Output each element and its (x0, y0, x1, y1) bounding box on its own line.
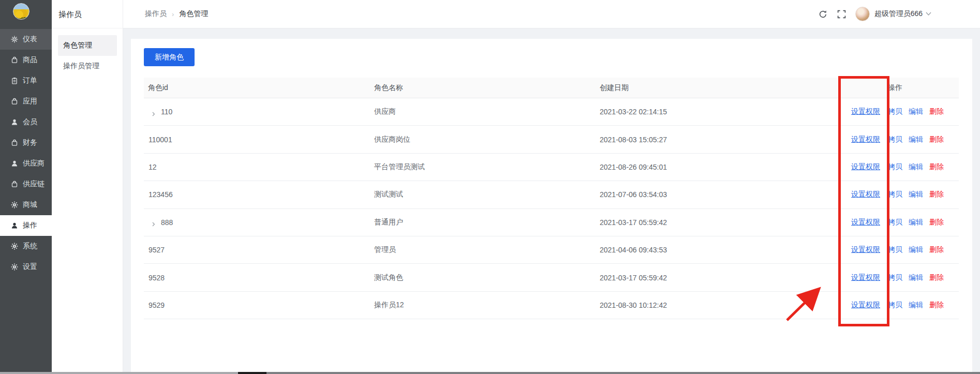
set-permissions-link[interactable]: 设置权限 (851, 301, 880, 309)
copy-link[interactable]: 拷贝 (888, 190, 902, 199)
sidebar-item-6[interactable]: 供应商 (0, 153, 52, 174)
submenu-item-0[interactable]: 角色管理 (58, 35, 117, 56)
sidebar-item-11[interactable]: 设置 (0, 257, 52, 277)
submenu-title: 操作员 (52, 0, 123, 28)
delete-link[interactable]: 删除 (929, 245, 944, 255)
bag-icon (11, 98, 18, 105)
set-permissions-link[interactable]: 设置权限 (851, 245, 880, 253)
created-date-cell: 2021-03-17 05:59:42 (599, 218, 847, 227)
sidebar-item-label: 应用 (23, 97, 37, 106)
permission-cell: 设置权限 (847, 107, 884, 116)
actions-cell: 拷贝编辑删除 (884, 273, 959, 282)
created-date-cell: 2021-04-06 09:43:53 (599, 246, 847, 254)
copy-link[interactable]: 拷贝 (888, 107, 902, 116)
delete-link[interactable]: 删除 (929, 135, 944, 144)
edit-link[interactable]: 编辑 (909, 162, 923, 172)
actions-cell: 拷贝编辑删除 (884, 218, 959, 227)
delete-link[interactable]: 删除 (929, 273, 944, 282)
sidebar-item-10[interactable]: 系统 (0, 236, 52, 257)
role-id-cell: 110 (144, 108, 374, 116)
roles-table: 角色id角色名称创建日期操作 110供应商2021-03-22 02:14:15… (144, 78, 959, 319)
set-permissions-link[interactable]: 设置权限 (851, 162, 880, 171)
copy-link[interactable]: 拷贝 (888, 135, 902, 144)
edit-link[interactable]: 编辑 (909, 218, 923, 227)
scrollbar-thumb[interactable] (238, 372, 266, 374)
set-permissions-link[interactable]: 设置权限 (851, 135, 880, 143)
delete-link[interactable]: 删除 (929, 301, 944, 310)
delete-link[interactable]: 删除 (929, 162, 944, 172)
set-permissions-link[interactable]: 设置权限 (851, 190, 880, 198)
role-id-cell: 888 (144, 218, 374, 227)
delete-link[interactable]: 删除 (929, 107, 944, 116)
edit-link[interactable]: 编辑 (909, 245, 923, 255)
app-logo[interactable] (13, 3, 29, 20)
gear-icon (11, 243, 18, 250)
edit-link[interactable]: 编辑 (909, 107, 923, 116)
main-area: 新增角色 角色id角色名称创建日期操作 110供应商2021-03-22 02:… (123, 28, 980, 374)
column-header-1: 角色id (144, 83, 374, 93)
set-permissions-link[interactable]: 设置权限 (851, 107, 880, 115)
sidebar-item-3[interactable]: 应用 (0, 91, 52, 112)
breadcrumb-item-operator[interactable]: 操作员 (145, 9, 167, 19)
sidebar-item-label: 供应链 (23, 179, 44, 189)
role-name-cell: 供应商 (374, 107, 599, 116)
table-row: 888普通用户2021-03-17 05:59:42设置权限拷贝编辑删除 (144, 209, 959, 236)
bag-icon (11, 139, 18, 146)
topbar-actions: 超级管理员666 (819, 7, 980, 21)
sidebar-item-0[interactable]: 仪表 (0, 29, 52, 50)
sidebar-item-8[interactable]: 商城 (0, 195, 52, 215)
user-avatar[interactable] (855, 7, 870, 21)
role-id-cell: 9527 (144, 246, 374, 254)
delete-link[interactable]: 删除 (929, 218, 944, 227)
submenu-list: 角色管理操作员管理 (52, 28, 123, 77)
delete-link[interactable]: 删除 (929, 190, 944, 199)
created-date-cell: 2021-07-06 03:54:03 (599, 190, 847, 199)
copy-link[interactable]: 拷贝 (888, 273, 902, 282)
copy-link[interactable]: 拷贝 (888, 245, 902, 255)
role-name-cell: 普通用户 (374, 218, 599, 227)
gear-icon (11, 263, 18, 271)
created-date-cell: 2021-03-22 02:14:15 (599, 108, 847, 116)
edit-link[interactable]: 编辑 (909, 301, 923, 310)
sidebar-item-7[interactable]: 供应链 (0, 174, 52, 195)
add-role-button[interactable]: 新增角色 (144, 48, 195, 66)
copy-link[interactable]: 拷贝 (888, 301, 902, 310)
role-name-cell: 管理员 (374, 245, 599, 255)
permission-cell: 设置权限 (847, 273, 884, 282)
edit-link[interactable]: 编辑 (909, 190, 923, 199)
table-row: 123456测试测试2021-07-06 03:54:03设置权限拷贝编辑删除 (144, 181, 959, 208)
permission-cell: 设置权限 (847, 135, 884, 144)
chevron-down-icon[interactable] (926, 12, 931, 16)
copy-link[interactable]: 拷贝 (888, 162, 902, 172)
user-name[interactable]: 超级管理员666 (874, 9, 923, 19)
role-id-cell: 9528 (144, 274, 374, 282)
role-id: 9528 (149, 274, 165, 282)
sidebar-item-9[interactable]: 操作 (0, 215, 52, 236)
created-date-cell: 2021-03-17 05:59:42 (599, 274, 847, 282)
sidebar-item-label: 系统 (23, 242, 37, 251)
sidebar-item-2[interactable]: 订单 (0, 70, 52, 91)
set-permissions-link[interactable]: 设置权限 (851, 273, 880, 281)
copy-link[interactable]: 拷贝 (888, 218, 902, 227)
edit-link[interactable]: 编辑 (909, 135, 923, 144)
sidebar-item-label: 财务 (23, 138, 37, 147)
table-row: 12平台管理员测试2021-08-26 09:45:01设置权限拷贝编辑删除 (144, 154, 959, 181)
refresh-icon[interactable] (819, 10, 827, 19)
content-card: 新增角色 角色id角色名称创建日期操作 110供应商2021-03-22 02:… (131, 39, 972, 374)
sidebar-item-1[interactable]: 商品 (0, 50, 52, 70)
set-permissions-link[interactable]: 设置权限 (851, 218, 880, 226)
actions-cell: 拷贝编辑删除 (884, 135, 959, 144)
expand-row-icon[interactable] (152, 220, 156, 225)
sidebar-item-4[interactable]: 会员 (0, 112, 52, 132)
column-header-2: 角色名称 (374, 83, 599, 93)
user-icon (11, 222, 18, 229)
role-id-cell: 123456 (144, 190, 374, 199)
horizontal-scrollbar (0, 372, 980, 374)
edit-link[interactable]: 编辑 (909, 273, 923, 282)
actions-cell: 拷贝编辑删除 (884, 162, 959, 172)
sidebar-item-5[interactable]: 财务 (0, 132, 52, 153)
actions-cell: 拷贝编辑删除 (884, 190, 959, 199)
expand-row-icon[interactable] (152, 110, 156, 114)
fullscreen-icon[interactable] (837, 10, 846, 19)
submenu-item-1[interactable]: 操作员管理 (58, 56, 117, 77)
